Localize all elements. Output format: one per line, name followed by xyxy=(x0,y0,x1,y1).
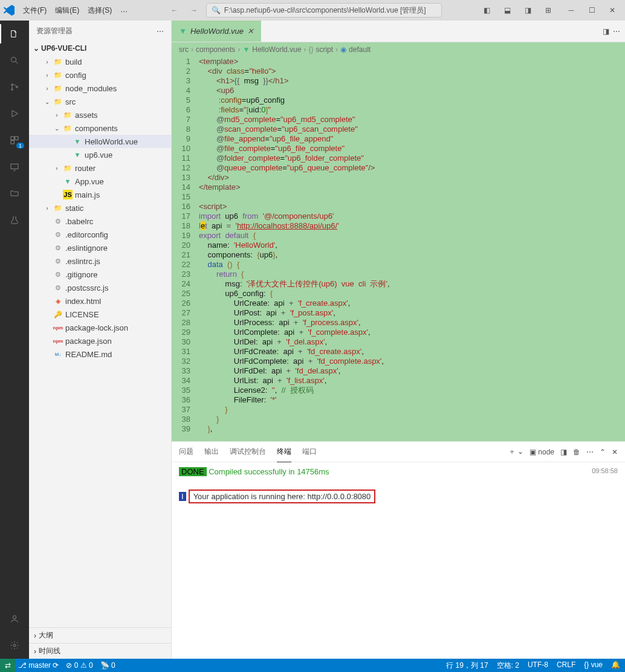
status-eol[interactable]: CRLF xyxy=(557,661,575,671)
layout-grid-icon[interactable]: ⊞ xyxy=(539,3,557,18)
activity-testing-icon[interactable] xyxy=(7,213,22,227)
terminal-profile[interactable]: ▣ node xyxy=(529,448,554,456)
search-icon: 🔍 xyxy=(212,6,221,15)
status-ports[interactable]: 📡 0 xyxy=(100,661,115,670)
tree-item[interactable]: ›📁node_modules xyxy=(29,82,171,95)
activity-remote-icon[interactable] xyxy=(7,160,22,174)
status-encoding[interactable]: UTF-8 xyxy=(528,661,548,671)
bottom-panel: 问题 输出 调试控制台 终端 端口 ＋ ⌄ ▣ node ◨ 🗑 ⋯ ⌃ ✕ 0… xyxy=(172,441,625,659)
panel-tab-ports[interactable]: 端口 xyxy=(302,442,317,462)
terminal-more-icon[interactable]: ⋯ xyxy=(586,448,594,456)
tree-item[interactable]: JSmain.js xyxy=(29,188,171,201)
panel-close-icon[interactable]: ✕ xyxy=(612,448,618,456)
terminal-split-icon[interactable]: ◨ xyxy=(560,448,567,456)
svg-point-8 xyxy=(13,616,16,619)
tree-item[interactable]: ⌄📁src xyxy=(29,95,171,108)
menu-file[interactable]: 文件(F) xyxy=(19,3,50,18)
layout-right-icon[interactable]: ◨ xyxy=(519,3,537,18)
tree-item[interactable]: npmpackage.json xyxy=(29,334,171,347)
crumb-script[interactable]: script xyxy=(316,45,333,54)
tab-close-icon[interactable]: ✕ xyxy=(247,27,254,36)
crumb-file[interactable]: HelloWorld.vue xyxy=(252,45,301,54)
panel-tabs: 问题 输出 调试控制台 终端 端口 ＋ ⌄ ▣ node ◨ 🗑 ⋯ ⌃ ✕ xyxy=(172,442,625,462)
tree-item[interactable]: ›📁assets xyxy=(29,108,171,121)
menu-more[interactable]: … xyxy=(117,3,131,18)
breadcrumb[interactable]: src› components› ▼HelloWorld.vue› {}scri… xyxy=(172,42,625,57)
status-bell-icon[interactable]: 🔔 xyxy=(611,661,620,671)
status-problems[interactable]: ⊘ 0 ⚠ 0 xyxy=(66,661,92,670)
chevron-down-icon: ⌄ xyxy=(31,44,41,53)
terminal-new-icon[interactable]: ＋ ⌄ xyxy=(508,447,523,457)
editor-tabs: ▼ HelloWorld.vue ✕ ◨ ⋯ xyxy=(172,21,625,42)
layout-left-icon[interactable]: ◧ xyxy=(478,3,496,18)
tree-item[interactable]: ⚙.eslintignore xyxy=(29,241,171,254)
tree-item[interactable]: ⚙.eslintrc.js xyxy=(29,254,171,268)
activity-source-control-icon[interactable] xyxy=(7,80,22,94)
split-editor-icon[interactable]: ◨ xyxy=(603,27,609,36)
panel-tab-problems[interactable]: 问题 xyxy=(179,442,193,462)
done-badge: DONE xyxy=(179,467,207,476)
status-spaces[interactable]: 空格: 2 xyxy=(497,661,519,671)
status-language[interactable]: {} vue xyxy=(584,661,603,671)
tab-helloworld[interactable]: ▼ HelloWorld.vue ✕ xyxy=(172,21,261,42)
code-editor[interactable]: 1234567891011121314151617181920212223242… xyxy=(172,57,625,441)
panel-tab-terminal[interactable]: 终端 xyxy=(277,442,291,462)
menu-select[interactable]: 选择(S) xyxy=(84,3,115,18)
activity-settings-icon[interactable] xyxy=(7,638,22,653)
info-badge: I xyxy=(179,492,186,501)
code-content[interactable]: <template> <div class="hello"> <h1>{{ ms… xyxy=(199,57,625,441)
crumb-src[interactable]: src xyxy=(179,45,189,54)
status-branch[interactable]: ⎇ master ⟳ xyxy=(18,661,59,670)
close-icon[interactable]: ✕ xyxy=(603,3,621,18)
outline-section[interactable]: ›大纲 xyxy=(29,627,171,643)
terminal-content[interactable]: 09:58:58 DONE Compiled successfully in 1… xyxy=(172,462,625,659)
activity-search-icon[interactable] xyxy=(7,53,22,68)
nav-back-icon[interactable]: ← xyxy=(167,3,182,18)
tree-item[interactable]: ⌄📁components xyxy=(29,121,171,135)
activity-debug-icon[interactable] xyxy=(7,106,22,121)
tree-item[interactable]: ⚙.postcssrc.js xyxy=(29,281,171,294)
activity-folder-icon[interactable] xyxy=(7,186,22,201)
minimize-icon[interactable]: ─ xyxy=(562,3,580,18)
tree-item[interactable]: ›📁build xyxy=(29,55,171,68)
tree-item[interactable]: ▼HelloWorld.vue xyxy=(29,135,171,148)
tree-item[interactable]: ›📁router xyxy=(29,161,171,175)
crumb-components[interactable]: components xyxy=(196,45,235,54)
tree-item[interactable]: ⚙.babelrc xyxy=(29,215,171,228)
tree-item[interactable]: ▼App.vue xyxy=(29,175,171,188)
nav-forward-icon[interactable]: → xyxy=(187,3,201,18)
remote-indicator[interactable]: ⇄ xyxy=(0,659,16,672)
activity-explorer-icon[interactable] xyxy=(7,27,22,41)
activity-account-icon[interactable] xyxy=(7,612,22,626)
command-center[interactable]: 🔍 F:\asp.net\up6-vue-cli\src\components\… xyxy=(206,3,442,18)
tab-more-icon[interactable]: ⋯ xyxy=(613,27,620,36)
tree-item[interactable]: ⚙.gitignore xyxy=(29,268,171,281)
vscode-icon xyxy=(4,5,15,16)
panel-tab-debug[interactable]: 调试控制台 xyxy=(230,442,266,462)
activity-extensions-icon[interactable]: 1 xyxy=(7,133,22,147)
status-line-col[interactable]: 行 19，列 17 xyxy=(446,661,488,671)
sidebar-more-icon[interactable]: ⋯ xyxy=(157,27,164,36)
panel-tab-output[interactable]: 输出 xyxy=(204,442,219,462)
menu-edit[interactable]: 编辑(E) xyxy=(51,3,83,18)
tree-item[interactable]: npmpackage-lock.json xyxy=(29,321,171,334)
sidebar-title: 资源管理器 xyxy=(36,26,73,36)
sidebar-header: 资源管理器 ⋯ xyxy=(29,21,171,42)
tree-item[interactable]: ▼up6.vue xyxy=(29,148,171,161)
crumb-default[interactable]: default xyxy=(349,45,371,54)
explorer-sidebar: 资源管理器 ⋯ ⌄ UP6-VUE-CLI ›📁build›📁config›📁n… xyxy=(29,21,172,659)
timeline-section[interactable]: ›时间线 xyxy=(29,643,171,659)
tree-item[interactable]: M↓README.md xyxy=(29,347,171,361)
tree-item[interactable]: 🔑LICENSE xyxy=(29,308,171,321)
tree-item[interactable]: ›📁config xyxy=(29,68,171,82)
project-root[interactable]: ⌄ UP6-VUE-CLI xyxy=(29,42,171,55)
maximize-icon[interactable]: ☐ xyxy=(583,3,601,18)
terminal-chevron-up-icon[interactable]: ⌃ xyxy=(600,448,606,456)
vue-icon: ▼ xyxy=(179,27,187,36)
tree-item[interactable]: ⚙.editorconfig xyxy=(29,228,171,241)
tree-item[interactable]: ◈index.html xyxy=(29,294,171,308)
layout-bottom-icon[interactable]: ⬓ xyxy=(498,3,516,18)
terminal-trash-icon[interactable]: 🗑 xyxy=(573,448,580,456)
compiled-message: Compiled successfully in 14756ms xyxy=(209,467,329,476)
tree-item[interactable]: ›📁static xyxy=(29,201,171,215)
